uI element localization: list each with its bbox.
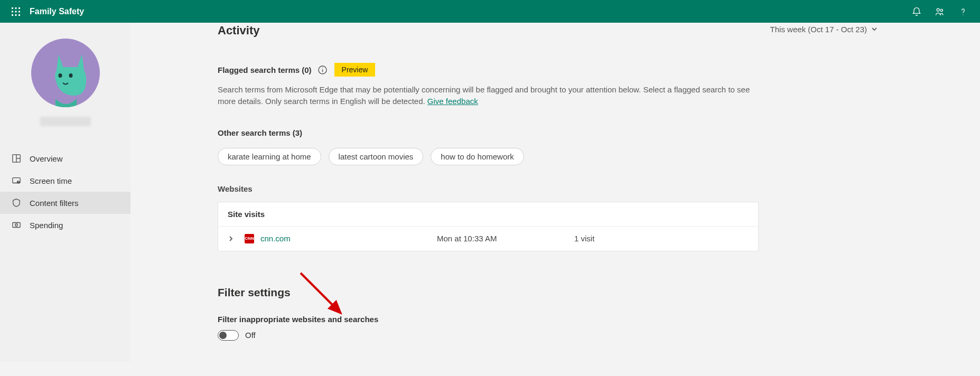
preview-badge: Preview <box>334 63 376 77</box>
main-content: Activity This week (Oct 17 - Oct 23) Fla… <box>130 23 881 362</box>
sidebar-item-label: Spending <box>30 221 63 230</box>
search-term-chip[interactable]: karate learning at home <box>218 148 321 165</box>
svg-point-12 <box>58 73 62 78</box>
visit-time: Mon at 10:33 AM <box>437 234 574 243</box>
search-term-chip[interactable]: latest cartoon movies <box>329 148 424 165</box>
sidebar-item-content-filters[interactable]: Content filters <box>0 192 130 214</box>
flagged-description-text: Search terms from Microsoft Edge that ma… <box>218 85 750 106</box>
app-launcher-icon[interactable] <box>5 1 26 22</box>
overview-icon <box>12 154 21 163</box>
svg-rect-20 <box>13 223 20 228</box>
svg-point-21 <box>15 224 18 227</box>
avatar[interactable] <box>31 39 100 107</box>
site-favicon: CNN <box>245 234 254 243</box>
site-visits-header: Site visits <box>218 202 758 227</box>
other-terms-chips: karate learning at home latest cartoon m… <box>218 148 881 165</box>
svg-rect-3 <box>12 11 13 12</box>
websites-label: Websites <box>218 184 881 193</box>
filter-toggle[interactable] <box>218 330 239 341</box>
other-terms-label: Other search terms (3) <box>218 128 881 137</box>
give-feedback-link[interactable]: Give feedback <box>427 97 478 106</box>
filter-toggle-state: Off <box>245 331 256 340</box>
profile-avatar-block <box>0 39 130 126</box>
svg-rect-5 <box>18 11 20 12</box>
info-icon[interactable] <box>318 65 327 74</box>
site-visit-row[interactable]: CNN cnn.com Mon at 10:33 AM 1 visit <box>218 227 758 251</box>
spending-icon <box>12 220 21 230</box>
svg-point-24 <box>322 67 323 68</box>
chevron-down-icon <box>871 26 878 32</box>
sidebar-item-screen-time[interactable]: Screen time <box>0 170 130 192</box>
app-header: Family Safety <box>0 0 980 23</box>
svg-rect-8 <box>18 14 20 16</box>
svg-point-10 <box>940 9 942 11</box>
app-title: Family Safety <box>30 7 84 16</box>
chevron-right-icon <box>228 236 235 242</box>
notifications-icon[interactable] <box>905 0 928 23</box>
sidebar-item-overview[interactable]: Overview <box>0 147 130 170</box>
page-title: Activity <box>218 24 259 37</box>
svg-rect-4 <box>15 11 17 12</box>
sidebar-item-spending[interactable]: Spending <box>0 214 130 236</box>
filter-toggle-label: Filter inappropriate websites and search… <box>218 315 881 324</box>
svg-rect-1 <box>15 7 17 9</box>
svg-rect-2 <box>18 7 20 9</box>
svg-rect-6 <box>12 14 13 16</box>
sidebar-item-label: Content filters <box>30 199 79 208</box>
site-visits-card: Site visits CNN cnn.com Mon at 10:33 AM … <box>218 202 759 251</box>
sidebar-item-label: Overview <box>30 154 63 163</box>
week-range-selector[interactable]: This week (Oct 17 - Oct 23) <box>770 25 878 34</box>
sidebar-nav: Overview Screen time Content filters Spe… <box>0 147 130 236</box>
sidebar-item-label: Screen time <box>30 176 72 185</box>
profile-name-redacted <box>40 117 91 126</box>
svg-point-13 <box>69 73 72 78</box>
visit-count: 1 visit <box>574 234 749 243</box>
svg-point-11 <box>963 14 963 15</box>
shield-icon <box>12 198 21 208</box>
svg-point-9 <box>937 8 939 11</box>
svg-point-18 <box>17 181 20 183</box>
screen-time-icon <box>12 176 21 185</box>
svg-rect-7 <box>15 14 17 16</box>
help-icon[interactable] <box>951 0 975 23</box>
filter-settings-title: Filter settings <box>218 286 881 299</box>
svg-rect-0 <box>12 7 13 9</box>
sidebar: Overview Screen time Content filters Spe… <box>0 23 130 362</box>
flagged-terms-label: Flagged search terms (0) <box>218 65 312 74</box>
week-range-label: This week (Oct 17 - Oct 23) <box>770 25 867 34</box>
flagged-description: Search terms from Microsoft Edge that ma… <box>218 84 751 107</box>
search-term-chip[interactable]: how to do homework <box>431 148 524 165</box>
family-group-icon[interactable] <box>928 0 951 23</box>
site-name: cnn.com <box>260 234 291 243</box>
